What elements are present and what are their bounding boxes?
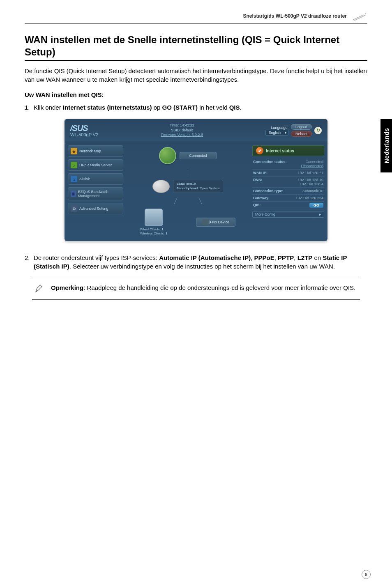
brand-logo: /SUS [70,124,98,133]
kv-gateway: Gateway:192.168.120.254 [252,195,324,202]
globe-icon[interactable] [159,147,176,164]
page-number: 9 [362,570,371,579]
step-1: 1.Klik onder Internet status (Internetst… [25,103,367,112]
language-select[interactable]: English ▾ [265,130,288,136]
client-node-icon[interactable] [145,209,163,226]
router-info-box: SSID: default Security level: Open Syste… [173,180,224,193]
section-title: WAN instellen met de Snelle internetinst… [25,34,367,61]
svg-line-0 [365,12,366,15]
doc-header-title: Snelstartgids WL-500gP V2 draadloze rout… [243,13,347,19]
media-icon: ♪ [71,162,77,168]
internet-status-pill[interactable]: Connected [180,152,217,159]
router-icon [351,11,367,21]
client-counts: Wired Clients: 1 Wireless Clients: 1 [140,227,167,236]
map-icon: ◆ [71,148,77,154]
reboot-button[interactable]: Reboot [291,131,312,137]
kv-conn-type: Connection type:Automatic IP [252,188,324,195]
kv-connection-status: Connection status:ConnectedDisconnected [252,158,324,170]
kv-wan-ip: WAN IP:192.168.120.27 [252,170,324,177]
top-info: Time: 14:42:22 SSID: default Firmware Ve… [98,123,265,138]
internet-status-header: ✔ Internet status [252,145,324,156]
more-config-button[interactable]: More Config▸ [252,211,324,218]
router-ui-screenshot: /SUS WL-500gP V2 Time: 14:42:22 SSID: de… [65,119,327,241]
nav-ezqos[interactable]: ≣EZQoS Bandwidth Management [68,187,123,200]
nav-network-map[interactable]: ◆Network Map [68,145,123,157]
qis-go-button[interactable]: GO [309,203,323,208]
kv-dns: DNS:192.168.128.10192.168.128.4 [252,177,324,188]
disk-icon: ⌂ [71,176,77,182]
status-globe-icon: ✔ [256,147,263,154]
nav-aidisk[interactable]: ⌂AiDisk [68,173,123,185]
nav-upnp[interactable]: ♪UPnP Media Server [68,159,123,171]
language-label: Language: [265,126,288,130]
language-tab: Nederlands [380,119,392,172]
nav-advanced[interactable]: ⚙Advanced Setting [68,203,123,214]
kv-qis: QIS:GO [252,202,324,209]
no-device-box[interactable]: No Device [196,218,235,227]
bw-icon: ≣ [71,191,76,197]
reload-icon[interactable]: ↻ [314,127,322,134]
gear-icon: ⚙ [71,205,77,212]
step-2: 2.De router ondersteunt vijf types ISP-s… [25,253,367,271]
note-box: Opmerking: Raadpleeg de handleiding die … [32,279,360,300]
subheading: Uw WAN instellen met QIS: [25,91,367,98]
model-label: WL-500gP V2 [70,132,98,137]
logout-button[interactable]: Logout [291,124,312,130]
router-node-icon[interactable] [152,180,170,193]
pencil-icon [35,283,45,295]
arrow-icon [202,219,210,225]
intro-paragraph: De functie QIS (Quick Internet Setup) de… [25,67,367,84]
